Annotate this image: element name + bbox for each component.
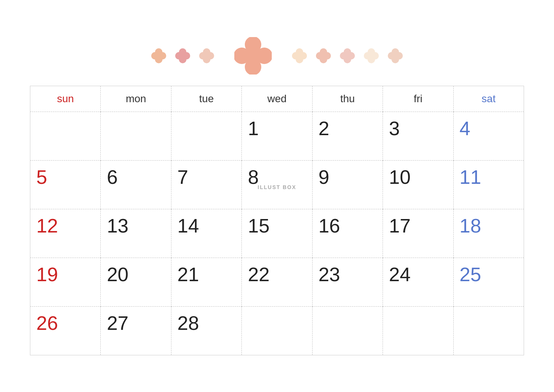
header-thu: thu (312, 86, 383, 112)
calendar-cell: 20 (101, 258, 171, 306)
calendar-cell: 18 (453, 209, 524, 258)
flower-icon (362, 47, 380, 65)
calendar-cell: 12 (30, 209, 101, 258)
day-number: 16 (319, 215, 340, 237)
calendar-cell: 10 (383, 160, 453, 209)
day-number: 14 (177, 215, 199, 237)
flower-icon (290, 47, 308, 65)
calendar-cell: 15 (242, 209, 312, 258)
header-wed: wed (242, 86, 312, 112)
day-number: 13 (107, 215, 128, 237)
flower-icon (150, 47, 168, 65)
calendar-wrapper: sun mon tue wed thu fri sat 12345678ILLU… (19, 26, 535, 367)
day-number: 26 (36, 312, 58, 334)
day-number: 10 (389, 166, 411, 188)
day-number: 6 (107, 166, 118, 188)
calendar-cell: 6 (101, 160, 171, 209)
day-number: 19 (36, 264, 58, 285)
day-number: 5 (36, 166, 47, 188)
calendar-header (19, 26, 535, 82)
header-sun: sun (30, 86, 101, 112)
day-number: 3 (389, 118, 400, 139)
day-number: 24 (389, 264, 411, 285)
calendar-cell: 17 (383, 209, 453, 258)
day-number: 25 (460, 264, 481, 285)
calendar-cell: 28 (171, 306, 241, 355)
calendar-row: 12131415161718 (30, 209, 524, 258)
day-number: 2 (319, 118, 329, 139)
day-number: 15 (248, 215, 270, 237)
day-number: 9 (319, 166, 329, 188)
flower-icon (174, 47, 192, 65)
calendar-row: 5678ILLUST BOX91011 (30, 160, 524, 209)
calendar-header-row: sun mon tue wed thu fri sat (30, 86, 524, 112)
flower-icon (314, 47, 332, 65)
day-number: 7 (177, 166, 188, 188)
calendar-cell (312, 306, 383, 355)
calendar-cell (30, 112, 101, 160)
day-number: 8 (248, 166, 259, 188)
svg-point-14 (203, 52, 210, 60)
calendar-cell: 25 (453, 258, 524, 306)
day-number: 21 (177, 264, 199, 285)
calendar-cell: 5 (30, 160, 101, 209)
header-fri: fri (383, 86, 453, 112)
svg-point-24 (296, 52, 303, 60)
calendar-cell: 1 (242, 112, 312, 160)
calendar-cell: 13 (101, 209, 171, 258)
calendar-cell: 8ILLUST BOX (242, 160, 312, 209)
calendar-cell (383, 306, 453, 355)
header-sat: sat (453, 86, 524, 112)
calendar-cell: 22 (242, 258, 312, 306)
svg-point-29 (320, 52, 327, 60)
calendar-cell: 4 (453, 112, 524, 160)
flowers-left (150, 47, 216, 65)
day-number: 18 (460, 215, 481, 237)
calendar-cell: 21 (171, 258, 241, 306)
svg-point-39 (368, 52, 375, 60)
watermark: ILLUST BOX (258, 184, 296, 190)
calendar-cell: 16 (312, 209, 383, 258)
day-number: 28 (177, 312, 199, 334)
calendar-cell: 24 (383, 258, 453, 306)
day-number: 20 (107, 264, 128, 285)
svg-point-4 (155, 52, 162, 60)
calendar-cell: 3 (383, 112, 453, 160)
calendar-row: 19202122232425 (30, 258, 524, 306)
day-number: 1 (248, 118, 259, 139)
calendar-cell: 23 (312, 258, 383, 306)
day-number: 22 (248, 264, 270, 285)
calendar-cell: 14 (171, 209, 241, 258)
header-mon: mon (101, 86, 171, 112)
calendar-body: 12345678ILLUST BOX9101112131415161718192… (30, 112, 524, 355)
calendar-cell (242, 306, 312, 355)
month-badge (234, 37, 272, 75)
calendar-cell: 27 (101, 306, 171, 355)
svg-point-44 (392, 52, 399, 60)
svg-point-9 (179, 52, 186, 60)
day-number: 12 (36, 215, 58, 237)
flower-icon (198, 47, 216, 65)
day-number: 23 (319, 264, 340, 285)
badge-flower-icon (234, 37, 272, 75)
header-tue: tue (171, 86, 241, 112)
calendar-cell: 2 (312, 112, 383, 160)
calendar-table: sun mon tue wed thu fri sat 12345678ILLU… (30, 86, 524, 355)
calendar-cell (101, 112, 171, 160)
calendar-grid: sun mon tue wed thu fri sat 12345678ILLU… (19, 82, 535, 367)
calendar-row: 262728 (30, 306, 524, 355)
flower-icon (338, 47, 356, 65)
day-number: 4 (460, 118, 471, 139)
calendar-cell (171, 112, 241, 160)
calendar-cell: 7 (171, 160, 241, 209)
calendar-row: 1234 (30, 112, 524, 160)
day-number: 17 (389, 215, 411, 237)
calendar-cell: 11 (453, 160, 524, 209)
day-number: 11 (460, 166, 481, 188)
calendar-cell: 26 (30, 306, 101, 355)
day-number: 27 (107, 312, 128, 334)
svg-point-19 (245, 48, 261, 64)
calendar-cell (453, 306, 524, 355)
calendar-cell: 9 (312, 160, 383, 209)
flower-icon (386, 47, 404, 65)
